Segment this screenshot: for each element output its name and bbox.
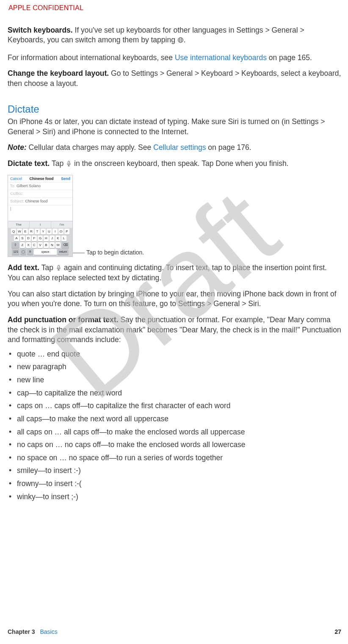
bold-lead: Change the keyboard layout. [8,69,111,77]
mic-icon [66,160,72,166]
chapter-label: Chapter 3 [8,628,35,635]
shot-title: Chinese food [29,177,53,181]
screenshot-figure: Cancel Chinese food Send To:Gilbert Sola… [8,175,341,257]
key: Z [20,242,25,248]
list-item: no caps on … no caps off—to make the enc… [8,440,341,450]
to-label: To: [10,184,15,188]
suggestion: I'm [51,221,72,228]
key: Q [11,229,16,235]
key: R [29,229,34,235]
paragraph-note: Note: Cellular data charges may apply. S… [8,143,341,153]
commands-list: quote … end quote new paragraph new line… [8,349,341,502]
confidential-header: APPLE CONFIDENTIAL [8,3,341,13]
list-item: all caps on … all caps off—to make the e… [8,427,341,437]
link-cellular-settings[interactable]: Cellular settings [153,143,206,152]
key: U [47,229,52,235]
key: K [55,235,61,241]
list-item: cap—to capitalize the next word [8,388,341,398]
suggestion: I [30,221,51,228]
key: E [23,229,28,235]
paragraph-switch-keyboards: Switch keyboards. If you've set up keybo… [8,25,341,45]
paragraph-dictate-intro: On iPhone 4s or later, you can dictate i… [8,117,341,137]
list-item: new line [8,375,341,385]
svg-rect-3 [68,161,70,164]
key: X [26,242,31,248]
mic-icon [55,264,62,270]
key: A [14,235,19,241]
body-text: Cellular data charges may apply. See [29,143,153,152]
body-text: . [184,36,186,44]
key: L [61,235,66,241]
list-item: caps on … caps off—to capitalize the fir… [8,401,341,411]
svg-rect-7 [30,251,30,252]
paragraph-add-text: Add text. Tap again and continuing dicta… [8,263,341,283]
callout-text: Tap to begin dictation. [86,249,144,257]
list-item: all caps—to make the next word all upper… [8,414,341,424]
body-text: on page 176. [206,143,251,152]
paragraph-ear-dictation: You can also start dictation by bringing… [8,289,341,309]
svg-rect-9 [58,265,59,268]
paragraph-intl-keyboards: For information about international keyb… [8,53,341,63]
body-text: Tap [41,263,55,272]
bold-lead: Add text. [8,263,41,272]
bold-lead: Dictate text. [8,159,52,168]
text-cursor: | [10,207,11,211]
section-heading-dictate: Dictate [8,102,341,116]
mic-key [27,249,33,255]
key: D [26,235,31,241]
link-international-keyboards[interactable]: Use international keyboards [175,53,267,62]
key: C [32,242,37,248]
key: W [17,229,22,235]
globe-key [20,249,26,255]
key: G [38,235,43,241]
page-number: 27 [334,628,341,636]
body-text: on page 165. [267,53,312,62]
list-item: new paragraph [8,362,341,372]
key: J [50,235,55,241]
list-item: no space on … no space off—to run a seri… [8,453,341,463]
bold-lead: Add punctuation or format text. [8,315,120,324]
list-item: frowny—to insert :-( [8,479,341,489]
list-item: smiley—to insert :-) [8,466,341,476]
cc-label: Cc/Bcc: [10,191,23,196]
numeric-key: 123 [12,249,19,255]
paragraph-punctuation: Add punctuation or format text. Say the … [8,315,341,345]
delete-key: ⌫ [61,242,69,248]
key: M [55,242,61,248]
paragraph-change-layout: Change the keyboard layout. Go to Settin… [8,69,341,88]
list-item: quote … end quote [8,349,341,359]
key: Y [41,229,46,235]
body-text: For information about international keyb… [8,53,175,62]
shot-cancel: Cancel [10,177,22,181]
shift-key: ⇧ [11,242,19,248]
globe-icon [177,36,184,42]
list-item: winky—to insert ;-) [8,492,341,502]
suggestion: The [8,221,30,228]
paragraph-dictate-text: Dictate text. Tap in the onscreen keyboa… [8,159,341,169]
onscreen-keyboard: Q W E R T Y U I O P A S D F G H [8,228,72,257]
key: F [32,235,37,241]
key: I [52,229,58,235]
shot-send: Send [61,177,70,181]
bold-lead: Switch keyboards. [8,26,75,34]
key: T [35,229,40,235]
key: V [38,242,43,248]
subject-value: Chinese food [25,199,48,203]
space-key: space [34,249,57,255]
svg-point-6 [22,251,25,254]
subject-label: Subject: [10,199,24,203]
key: B [44,242,49,248]
iphone-screenshot: Cancel Chinese food Send To:Gilbert Sola… [8,175,73,257]
page-footer: Chapter 3 Basics 27 [8,628,341,636]
key: H [44,235,49,241]
key: P [64,229,69,235]
key: S [20,235,25,241]
body-text: in the onscreen keyboard, then speak. Ta… [72,159,288,168]
callout-leader-line [73,253,85,253]
to-value: Gilbert Solano [17,184,41,188]
body-text: Tap [52,159,66,168]
return-key: return [58,249,69,255]
chapter-title: Basics [40,628,57,635]
key: N [50,242,55,248]
key: O [58,229,64,235]
